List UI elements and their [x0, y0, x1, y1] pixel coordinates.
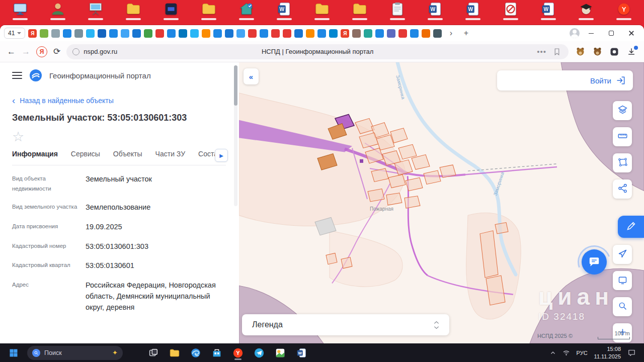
desktop-icon-user[interactable] — [47, 2, 69, 25]
panel-tab-1[interactable]: Информация — [12, 150, 58, 165]
refresh-icon[interactable]: ⟳ — [53, 47, 60, 56]
browser-tab[interactable] — [74, 29, 83, 38]
browser-tab[interactable]: Я — [28, 29, 37, 38]
browser-tab[interactable] — [190, 29, 199, 38]
extension-bear-icon[interactable] — [575, 46, 586, 57]
browser-tab[interactable] — [121, 29, 129, 38]
taskbar-photos[interactable] — [272, 345, 289, 360]
login-button[interactable]: Войти — [497, 70, 633, 90]
desktop-icon-folder[interactable] — [122, 2, 144, 25]
address-bar[interactable]: nspd.gov.ru НСПД | Геоинформационный пор… — [66, 44, 569, 59]
browser-tab[interactable] — [63, 29, 71, 38]
new-tab-button[interactable]: + — [460, 27, 472, 39]
taskbar-store[interactable] — [208, 345, 225, 360]
browser-tab[interactable] — [51, 29, 60, 38]
maximize-button[interactable] — [603, 27, 620, 39]
browser-tab[interactable] — [260, 29, 268, 38]
panel-tab-3[interactable]: Объекты — [113, 150, 142, 165]
bookmark-icon[interactable] — [551, 46, 562, 57]
browser-tab[interactable]: Я — [341, 29, 349, 38]
browser-tab[interactable] — [179, 29, 187, 38]
tabs-next-arrow[interactable]: ▶ — [215, 149, 228, 162]
browser-tab[interactable] — [375, 29, 384, 38]
taskbar-folder[interactable] — [166, 345, 183, 360]
browser-tab[interactable] — [132, 29, 141, 38]
browser-tab[interactable] — [144, 29, 152, 38]
tab-counter[interactable]: 41 — [4, 28, 25, 39]
desktop-icon-presentation[interactable] — [85, 2, 107, 25]
desktop-icon-word[interactable]: W — [462, 2, 484, 25]
measure-area-button[interactable] — [613, 153, 632, 172]
browser-tab[interactable] — [294, 29, 303, 38]
desktop-icon-graduate[interactable] — [575, 2, 597, 25]
browser-tab[interactable] — [352, 29, 361, 38]
poi-marker[interactable] — [360, 159, 363, 163]
browser-tab[interactable] — [283, 29, 291, 38]
panel-tab-2[interactable]: Сервисы — [71, 150, 100, 165]
browser-tab[interactable] — [306, 29, 314, 38]
layers-button[interactable] — [613, 101, 632, 120]
clock[interactable]: 15:08 11.11.2025 — [594, 345, 621, 360]
browser-tab[interactable] — [410, 29, 419, 38]
browser-tab[interactable] — [86, 29, 95, 38]
desktop-icon-folder[interactable] — [311, 2, 333, 25]
minimize-button[interactable] — [583, 27, 600, 39]
desktop-icon-monitor[interactable] — [9, 2, 31, 25]
tray-chevron-up-icon[interactable] — [550, 350, 556, 356]
favorite-star-icon[interactable]: ☆ — [12, 130, 28, 144]
browser-tab[interactable] — [225, 29, 233, 38]
browser-tab[interactable] — [364, 29, 372, 38]
back-to-results-link[interactable]: ‹ Назад в найденные объекты — [12, 97, 226, 105]
chat-fab-button[interactable] — [582, 249, 607, 275]
back-arrow-icon[interactable]: ← — [7, 47, 16, 56]
desktop-icon-folder[interactable] — [349, 2, 371, 25]
desktop-icon-house[interactable] — [235, 2, 258, 25]
menu-icon[interactable] — [12, 72, 22, 79]
map-area[interactable]: Заморинка Заморинка — [239, 62, 644, 343]
collapse-panel-button[interactable]: « — [244, 68, 259, 84]
browser-tab[interactable] — [98, 29, 106, 38]
browser-tab[interactable] — [236, 29, 245, 38]
extent-button[interactable] — [613, 271, 632, 290]
panel-scrollbar[interactable] — [234, 65, 237, 206]
browser-tab[interactable] — [398, 29, 407, 38]
desktop-icon-folder[interactable] — [198, 2, 220, 25]
desktop-icon-blocked[interactable] — [500, 2, 522, 25]
browser-tab[interactable] — [387, 29, 395, 38]
site-info-icon[interactable] — [72, 48, 79, 55]
browser-tab[interactable] — [213, 29, 222, 38]
browser-tab[interactable] — [202, 29, 210, 38]
downloads-button[interactable] — [626, 46, 637, 57]
tab-overflow-chevron[interactable]: › — [445, 27, 457, 39]
desktop-icon-appdark[interactable] — [160, 2, 182, 25]
browser-tab[interactable] — [422, 29, 430, 38]
scrollbar-thumb[interactable] — [234, 65, 237, 106]
extension-bear-icon-2[interactable] — [592, 46, 603, 57]
desktop-icon-yandex[interactable]: Y — [613, 2, 635, 25]
forward-arrow-icon[interactable]: → — [22, 47, 30, 56]
more-options-icon[interactable]: ••• — [537, 47, 546, 56]
browser-tab[interactable] — [317, 29, 326, 38]
extension-dark-icon[interactable] — [609, 46, 620, 57]
panel-tab-4[interactable]: Части ЗУ — [155, 150, 185, 165]
browser-tab[interactable] — [40, 29, 48, 38]
browser-tab[interactable] — [155, 29, 164, 38]
notification-icon[interactable] — [627, 348, 636, 357]
browser-tab[interactable] — [167, 29, 176, 38]
taskbar-taskview[interactable] — [145, 345, 162, 360]
share-button[interactable] — [613, 179, 632, 199]
desktop-icon-word[interactable]: W — [424, 2, 446, 25]
taskbar-telegram[interactable] — [251, 345, 268, 360]
taskbar-search[interactable]: Поиск ✦ — [27, 346, 123, 360]
map-canvas[interactable]: Заморинка Заморинка — [239, 62, 644, 343]
draw-button[interactable] — [618, 216, 644, 238]
start-button[interactable] — [5, 345, 22, 360]
ruler-button[interactable] — [613, 127, 632, 146]
profile-avatar[interactable] — [570, 28, 580, 38]
desktop-icon-clipboard[interactable] — [386, 2, 409, 25]
language-indicator[interactable]: РУС — [577, 350, 588, 356]
yandex-home-icon[interactable]: Я — [36, 46, 47, 57]
taskbar-word[interactable]: W — [293, 345, 310, 360]
browser-tab[interactable] — [329, 29, 338, 38]
network-icon[interactable] — [562, 349, 570, 356]
